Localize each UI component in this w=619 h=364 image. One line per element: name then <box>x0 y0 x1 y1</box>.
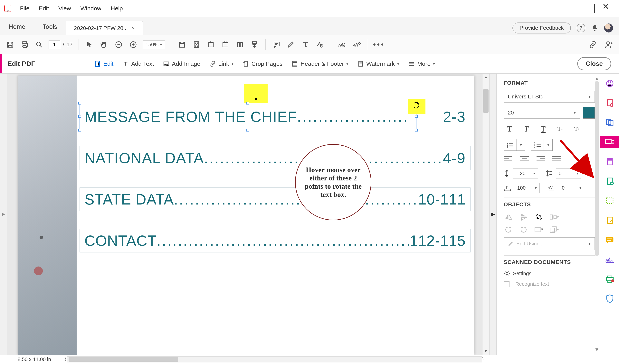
right-panel-toggle[interactable]: ▶ <box>489 74 496 355</box>
format-panel-scrollbar[interactable]: ▲ ▼ <box>594 76 599 353</box>
document-area[interactable]: MESSAGE FROM THE CHIEF .................… <box>7 74 482 355</box>
selected-text-box[interactable] <box>80 103 416 130</box>
crop-pages-tool[interactable]: Crop Pages <box>242 60 282 67</box>
edit-using-button[interactable]: Edit Using... ▾ <box>504 237 595 250</box>
recognize-text-checkbox[interactable]: Recognize text <box>504 281 595 287</box>
zoom-out-icon[interactable] <box>114 40 124 50</box>
align-right-button[interactable] <box>536 155 546 163</box>
rail-organize-icon[interactable] <box>604 156 616 167</box>
pan-hand-icon[interactable] <box>99 40 109 50</box>
hscroll-right-icon[interactable]: ⟩ <box>482 357 484 362</box>
zoom-in-icon[interactable] <box>128 40 138 50</box>
resize-handle-n[interactable] <box>246 102 249 105</box>
add-text-tool[interactable]: Add Text <box>122 60 154 67</box>
text-color-swatch[interactable] <box>583 107 595 119</box>
menu-file[interactable]: File <box>20 5 29 12</box>
replace-image-button[interactable] <box>534 225 544 234</box>
superscript-button[interactable]: T1 <box>554 123 566 135</box>
document-tab-close-icon[interactable]: × <box>132 25 135 31</box>
rail-create-pdf-icon[interactable] <box>604 78 616 89</box>
subscript-button[interactable]: T1 <box>571 123 583 135</box>
rail-fill-sign-icon[interactable] <box>604 254 616 265</box>
bullet-list-button[interactable]: ▾ <box>504 139 525 151</box>
fit-width-icon[interactable] <box>177 40 187 50</box>
link-tool[interactable]: Link ▾ <box>209 60 234 67</box>
font-size-select[interactable]: 20 ▾ <box>504 107 580 119</box>
toc-row-3[interactable]: STATE DATA .............................… <box>80 188 471 211</box>
rail-combine-icon[interactable] <box>604 117 616 128</box>
rail-redact-icon[interactable] <box>604 195 616 207</box>
scroll-mode-icon[interactable] <box>249 40 260 50</box>
resize-handle-e[interactable] <box>415 115 418 118</box>
nav-tab-home[interactable]: Home <box>0 18 34 35</box>
rail-compress-icon[interactable] <box>604 175 616 187</box>
menu-window[interactable]: Window <box>81 5 101 12</box>
line-spacing-control[interactable]: 1.20▾ <box>504 168 538 178</box>
align-center-button[interactable] <box>520 155 530 163</box>
help-icon[interactable]: ? <box>577 24 585 32</box>
window-close-icon[interactable]: ✕ <box>602 4 609 13</box>
scroll-down-icon[interactable]: ▼ <box>482 349 489 353</box>
italic-button[interactable]: T <box>521 123 532 135</box>
menu-edit[interactable]: Edit <box>39 5 49 12</box>
left-panel-toggle[interactable]: ▶ <box>0 74 7 355</box>
scroll-up-icon[interactable]: ▲ <box>482 75 489 79</box>
rail-edit-pdf-icon[interactable] <box>600 136 619 148</box>
menu-help[interactable]: Help <box>111 5 123 12</box>
rotate-icon[interactable] <box>413 102 419 108</box>
resize-handle-sw[interactable] <box>78 129 81 132</box>
nav-tab-tools[interactable]: Tools <box>34 18 66 35</box>
horizontal-scrollbar-thumb[interactable] <box>69 357 178 362</box>
font-family-select[interactable]: Univers LT Std ▾ <box>504 91 595 103</box>
rail-comment-icon[interactable] <box>604 234 616 246</box>
scanned-settings-button[interactable]: Settings <box>504 270 595 277</box>
selection-arrow-icon[interactable] <box>85 40 95 50</box>
page-display-icon[interactable] <box>220 40 231 50</box>
comment-icon[interactable] <box>271 40 282 50</box>
header-footer-tool[interactable]: Header & Footer ▾ <box>292 60 348 67</box>
add-image-tool[interactable]: Add Image <box>163 60 200 67</box>
close-edit-pdf-button[interactable]: Close <box>577 57 611 70</box>
fit-page-icon[interactable] <box>191 40 202 50</box>
rail-protect-icon[interactable] <box>604 215 616 226</box>
print-icon[interactable] <box>20 40 30 50</box>
sign-initials-icon[interactable] <box>337 40 347 50</box>
resize-handle-nw[interactable] <box>78 102 81 105</box>
more-tool[interactable]: More ▾ <box>408 60 435 67</box>
save-icon[interactable] <box>5 40 15 50</box>
sign-signature-icon[interactable] <box>352 40 362 50</box>
highlight-pen-icon[interactable] <box>286 40 296 50</box>
crop-object-button[interactable] <box>534 212 544 222</box>
scrollbar-thumb[interactable] <box>483 89 489 113</box>
zoom-select[interactable]: 150% ▾ <box>143 40 165 49</box>
zoom-icon[interactable] <box>34 40 44 50</box>
resize-handle-s[interactable] <box>246 129 249 132</box>
rail-print-production-icon[interactable] <box>604 273 616 285</box>
notifications-icon[interactable] <box>591 25 598 31</box>
resize-handle-w[interactable] <box>78 115 81 118</box>
provide-feedback-button[interactable]: Provide Feedback <box>512 23 571 33</box>
arrange-button[interactable]: ▾ <box>549 225 559 234</box>
attachment-link-icon[interactable] <box>588 40 598 50</box>
rotate-ccw-button[interactable] <box>504 225 513 234</box>
flip-horizontal-button[interactable] <box>504 212 513 222</box>
document-tab[interactable]: 2020-02-17 PFW 20... × <box>66 21 143 35</box>
vertical-scrollbar[interactable]: ▲ ▼ <box>482 74 489 355</box>
rail-shield-icon[interactable] <box>604 293 616 305</box>
flip-vertical-button[interactable] <box>519 212 528 222</box>
toc-row-2[interactable]: NATIONAL DATA ..........................… <box>80 146 471 170</box>
window-maximize-icon[interactable] <box>594 4 595 13</box>
bold-button[interactable]: T <box>504 123 515 135</box>
hscroll-left-icon[interactable]: ⟨ <box>65 357 66 362</box>
toc-row-4[interactable]: CONTACT ................................… <box>80 229 471 253</box>
page-current-input[interactable] <box>49 40 60 49</box>
share-user-icon[interactable] <box>604 40 614 50</box>
user-avatar[interactable] <box>604 24 613 32</box>
text-tool-icon[interactable] <box>300 40 311 50</box>
align-objects-button[interactable]: ▾ <box>549 212 559 222</box>
watermark-tool[interactable]: Watermark ▾ <box>357 60 399 67</box>
underline-button[interactable]: T <box>537 123 549 135</box>
resize-handle-se[interactable] <box>415 129 418 132</box>
more-tools-icon[interactable]: ••• <box>374 40 384 50</box>
shapes-tool-icon[interactable] <box>315 40 325 50</box>
